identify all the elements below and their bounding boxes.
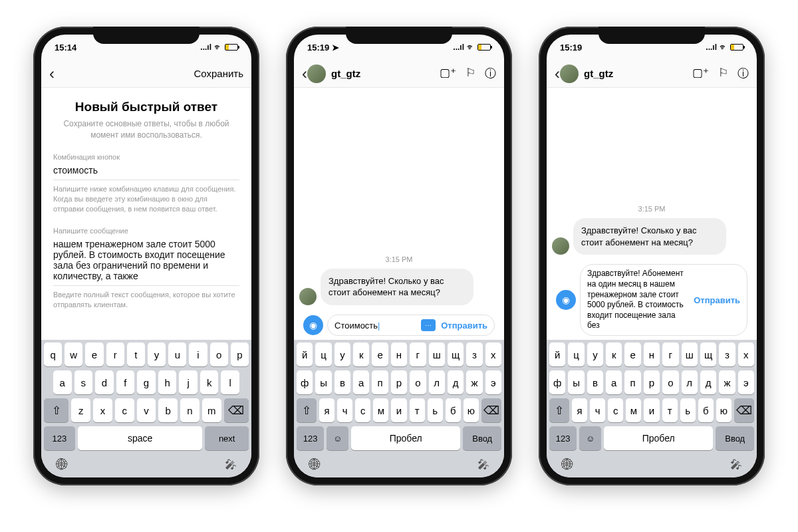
- back-button[interactable]: ‹: [555, 65, 560, 83]
- camera-button[interactable]: ◉: [303, 315, 323, 335]
- key-f[interactable]: f: [116, 370, 135, 394]
- key-п[interactable]: п: [372, 370, 388, 394]
- key-ч[interactable]: ч: [337, 398, 352, 422]
- key-к[interactable]: к: [606, 342, 622, 366]
- key-в[interactable]: в: [587, 370, 603, 394]
- input-wrap[interactable]: Здравствуйте! Абонемент на один месяц в …: [580, 264, 747, 336]
- key-d[interactable]: d: [95, 370, 114, 394]
- message-input[interactable]: Стоимость|: [334, 321, 418, 331]
- key-д[interactable]: д: [448, 370, 464, 394]
- key-а[interactable]: а: [606, 370, 622, 394]
- delete-key[interactable]: ⌫: [481, 398, 501, 422]
- key-н[interactable]: н: [644, 342, 660, 366]
- key-v[interactable]: v: [137, 398, 156, 422]
- numbers-key[interactable]: 123: [549, 426, 577, 450]
- key-р[interactable]: р: [644, 370, 660, 394]
- key-в[interactable]: в: [334, 370, 350, 394]
- camera-button[interactable]: ◉: [556, 290, 576, 310]
- shift-key[interactable]: ⇧: [297, 398, 317, 422]
- space-key[interactable]: Пробел: [351, 426, 460, 450]
- mic-icon[interactable]: 🎤︎: [730, 458, 742, 472]
- video-call-icon[interactable]: ▢⁺: [440, 66, 456, 81]
- key-x[interactable]: x: [93, 398, 112, 422]
- back-button[interactable]: ‹: [49, 65, 55, 83]
- key-х[interactable]: х: [485, 342, 501, 366]
- key-ш[interactable]: ш: [682, 342, 698, 366]
- numbers-key[interactable]: 123: [297, 426, 324, 450]
- save-button[interactable]: Сохранить: [194, 68, 243, 79]
- shortcut-input[interactable]: стоимость: [53, 165, 239, 180]
- delete-key[interactable]: ⌫: [734, 398, 754, 422]
- mic-icon[interactable]: 🎤︎: [477, 458, 489, 472]
- send-button[interactable]: Отправить: [441, 321, 487, 331]
- key-с[interactable]: с: [608, 398, 623, 422]
- key-й[interactable]: й: [549, 342, 565, 366]
- key-м[interactable]: м: [626, 398, 641, 422]
- key-з[interactable]: з: [466, 342, 482, 366]
- shift-key[interactable]: ⇧: [549, 398, 569, 422]
- key-ц[interactable]: ц: [568, 342, 584, 366]
- key-й[interactable]: й: [297, 342, 313, 366]
- key-г[interactable]: г: [410, 342, 426, 366]
- key-ф[interactable]: ф: [297, 370, 313, 394]
- key-ц[interactable]: ц: [315, 342, 331, 366]
- key-ж[interactable]: ж: [466, 370, 482, 394]
- mic-icon[interactable]: 🎤︎: [225, 458, 237, 472]
- back-button[interactable]: ‹: [302, 65, 307, 83]
- key-и[interactable]: и: [644, 398, 659, 422]
- key-б[interactable]: б: [446, 398, 461, 422]
- space-key[interactable]: Пробел: [604, 426, 713, 450]
- key-a[interactable]: a: [53, 370, 72, 394]
- key-o[interactable]: o: [210, 342, 228, 366]
- key-i[interactable]: i: [189, 342, 207, 366]
- key-ы[interactable]: ы: [315, 370, 331, 394]
- key-р[interactable]: р: [391, 370, 407, 394]
- key-л[interactable]: л: [682, 370, 698, 394]
- key-q[interactable]: q: [44, 342, 62, 366]
- key-д[interactable]: д: [700, 370, 716, 394]
- key-b[interactable]: b: [158, 398, 178, 422]
- key-у[interactable]: у: [587, 342, 603, 366]
- flag-icon[interactable]: ⚐: [466, 66, 475, 81]
- info-icon[interactable]: ⓘ: [737, 66, 749, 81]
- key-e[interactable]: e: [85, 342, 103, 366]
- space-key[interactable]: space: [78, 426, 203, 450]
- key-у[interactable]: у: [334, 342, 350, 366]
- globe-icon[interactable]: 🌐︎: [561, 458, 573, 472]
- shift-key[interactable]: ⇧: [44, 398, 68, 422]
- key-е[interactable]: е: [624, 342, 640, 366]
- delete-key[interactable]: ⌫: [224, 398, 249, 422]
- key-m[interactable]: m: [202, 398, 221, 422]
- key-х[interactable]: х: [738, 342, 754, 366]
- globe-icon[interactable]: 🌐︎: [309, 458, 321, 472]
- numbers-key[interactable]: 123: [44, 426, 75, 450]
- key-z[interactable]: z: [71, 398, 90, 422]
- key-j[interactable]: j: [179, 370, 198, 394]
- info-icon[interactable]: ⓘ: [485, 66, 496, 81]
- flag-icon[interactable]: ⚐: [718, 66, 728, 81]
- key-ь[interactable]: ь: [680, 398, 696, 422]
- key-я[interactable]: я: [572, 398, 587, 422]
- key-о[interactable]: о: [410, 370, 426, 394]
- key-ы[interactable]: ы: [568, 370, 584, 394]
- key-н[interactable]: н: [391, 342, 407, 366]
- send-button[interactable]: Отправить: [694, 295, 740, 305]
- key-ю[interactable]: ю: [716, 398, 732, 422]
- key-ю[interactable]: ю: [464, 398, 479, 422]
- key-м[interactable]: м: [373, 398, 388, 422]
- key-ж[interactable]: ж: [719, 370, 735, 394]
- emoji-key[interactable]: ☺: [327, 426, 348, 450]
- key-и[interactable]: и: [391, 398, 406, 422]
- key-y[interactable]: y: [148, 342, 166, 366]
- emoji-key[interactable]: ☺: [579, 426, 601, 450]
- input-wrap[interactable]: Стоимость| ⋯ Отправить: [327, 315, 495, 336]
- key-о[interactable]: о: [662, 370, 678, 394]
- key-я[interactable]: я: [319, 398, 334, 422]
- key-k[interactable]: k: [200, 370, 219, 394]
- return-key[interactable]: Ввод: [716, 426, 754, 450]
- key-r[interactable]: r: [106, 342, 124, 366]
- key-щ[interactable]: щ: [448, 342, 464, 366]
- key-с[interactable]: с: [355, 398, 370, 422]
- key-п[interactable]: п: [624, 370, 640, 394]
- key-б[interactable]: б: [698, 398, 714, 422]
